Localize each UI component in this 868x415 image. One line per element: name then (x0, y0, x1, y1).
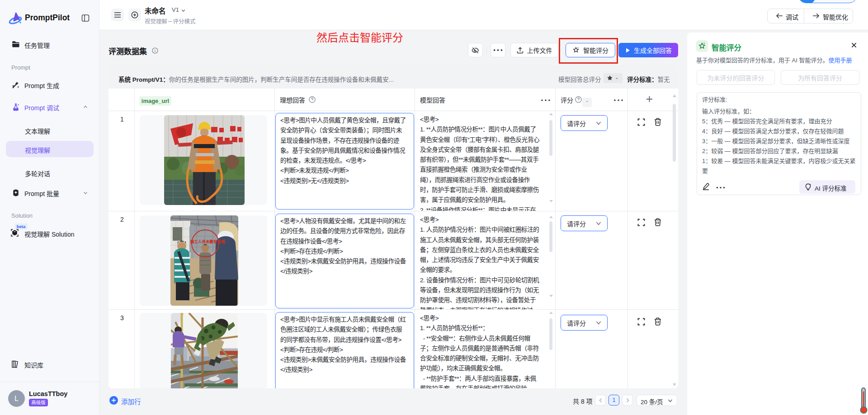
svg-text:施工人员未戴安全帽: 施工人员未戴安全帽 (190, 239, 225, 244)
